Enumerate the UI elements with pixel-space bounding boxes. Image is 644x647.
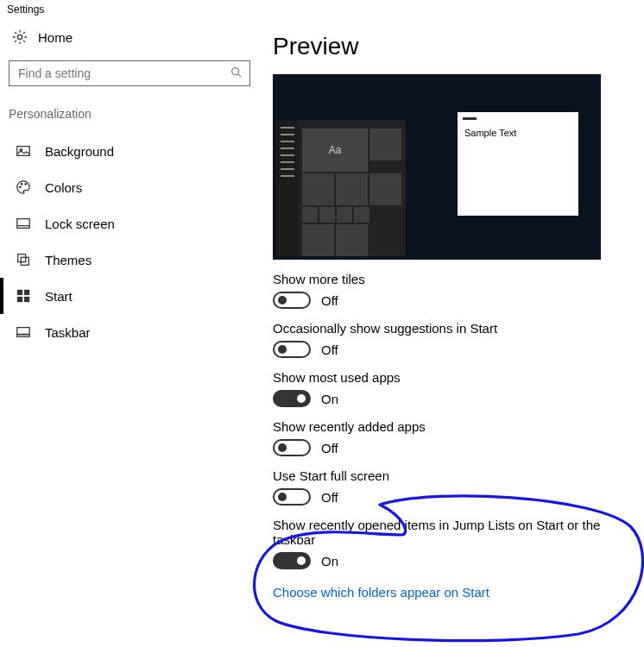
toggle-show-more-tiles[interactable] [273,292,311,309]
start-preview: Microsoft Windo Aa [273,74,601,260]
svg-rect-8 [18,254,26,262]
window-title: Settings [0,0,644,19]
setting-label: Show most used apps [273,370,630,385]
toggle-suggestions[interactable] [273,341,311,358]
section-title: Personalization [0,97,259,133]
sidebar-item-label: Colors [45,180,82,195]
page-title: Preview [273,33,630,60]
toggle-recently-added[interactable] [273,439,311,456]
sidebar-item-themes[interactable]: Themes [0,242,259,278]
choose-folders-link[interactable]: Choose which folders appear on Start [273,585,489,600]
sidebar-item-start[interactable]: Start [0,278,259,314]
sidebar: Home Personalization Background [0,19,259,645]
sidebar-item-colors[interactable]: Colors [0,169,259,205]
toggle-state: On [321,554,338,568]
search-container [0,55,259,97]
setting-full-screen: Use Start full screen Off [273,468,630,506]
toggle-jump-lists[interactable] [273,552,311,569]
svg-point-5 [21,184,22,185]
svg-rect-2 [17,147,29,156]
toggle-state: Off [321,342,338,357]
svg-point-4 [20,186,21,187]
svg-rect-9 [21,257,28,265]
svg-rect-11 [24,290,29,295]
lockscreen-icon [16,216,31,231]
svg-rect-12 [17,297,22,302]
toggle-state: Off [321,490,338,505]
setting-label: Use Start full screen [273,468,630,483]
tile [354,207,369,223]
setting-jump-lists: Show recently opened items in Jump Lists… [273,518,630,569]
home-label: Home [38,30,73,45]
palette-icon [16,179,31,195]
svg-point-1 [232,68,239,75]
sidebar-item-background[interactable]: Background [0,133,259,169]
main-panel: Preview Microsoft Windo Aa [259,19,644,645]
tile [302,207,318,223]
svg-point-6 [25,184,26,185]
tile [319,207,335,223]
sidebar-item-label: Start [45,289,73,304]
toggle-full-screen[interactable] [273,488,311,506]
sidebar-item-label: Taskbar [45,325,91,340]
tile [369,173,401,205]
svg-rect-14 [17,328,29,337]
sidebar-item-lockscreen[interactable]: Lock screen [0,205,259,242]
sample-window: Sample Text [458,112,578,216]
toggle-state: On [321,392,338,406]
setting-label: Show more tiles [273,272,630,286]
search-icon [230,66,242,80]
themes-icon [16,252,31,267]
search-input[interactable] [9,60,250,86]
start-icon [16,288,31,304]
tile [302,224,334,256]
taskbar-icon [16,324,31,340]
content-area: Home Personalization Background [0,19,644,645]
tile [369,129,401,160]
tile [336,224,368,256]
svg-rect-10 [17,290,22,295]
setting-recently-added: Show recently added apps Off [273,419,630,456]
sidebar-item-label: Themes [45,253,92,267]
setting-label: Show recently added apps [273,419,630,434]
setting-show-more-tiles: Show more tiles Off [273,272,630,309]
tile [337,207,352,223]
tile [336,173,368,205]
svg-point-0 [17,35,22,39]
gear-icon [12,29,28,45]
tile-font-sample: Aa [302,129,368,172]
setting-label: Occasionally show suggestions in Start [273,321,630,336]
sidebar-item-label: Background [45,144,114,159]
setting-most-used: Show most used apps On [273,370,630,407]
toggle-state: Off [321,293,338,308]
toggle-state: Off [321,441,338,455]
mini-start-tiles: Aa [299,120,406,256]
sidebar-item-taskbar[interactable]: Taskbar [0,314,259,350]
setting-suggestions: Occasionally show suggestions in Start O… [273,321,630,358]
home-button[interactable]: Home [0,19,259,55]
svg-rect-13 [24,297,29,302]
tile [302,173,334,205]
setting-label: Show recently opened items in Jump Lists… [273,518,630,547]
sidebar-item-label: Lock screen [45,217,115,231]
mini-start-menu: Aa [276,120,406,256]
picture-icon [16,143,31,159]
svg-rect-7 [17,219,29,229]
mini-start-rail [276,120,299,256]
toggle-most-used[interactable] [273,390,311,407]
